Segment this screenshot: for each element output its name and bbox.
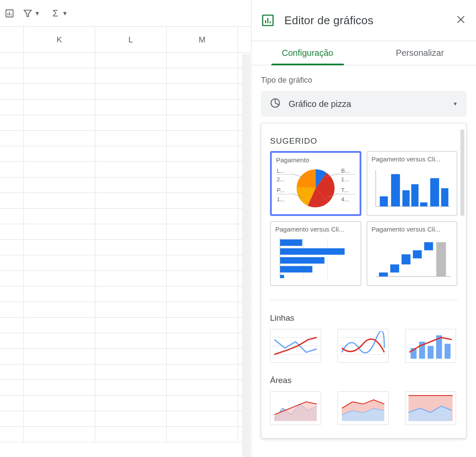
thumb-title: Pagamento bbox=[276, 156, 355, 164]
svg-rect-32 bbox=[380, 196, 388, 206]
smooth-line-chart-option[interactable] bbox=[338, 329, 389, 363]
lines-label: Linhas bbox=[270, 313, 457, 323]
svg-rect-64 bbox=[444, 344, 450, 358]
suggested-waterfall-chart[interactable]: Pagamento versus Cli... bbox=[367, 221, 458, 286]
pie-icon bbox=[270, 97, 281, 110]
line-chart-option[interactable] bbox=[270, 329, 321, 363]
full-stacked-area-chart-option[interactable] bbox=[405, 391, 456, 425]
functions-dropdown-icon[interactable]: ▾ bbox=[59, 7, 71, 19]
column-header-blank[interactable] bbox=[0, 27, 24, 52]
svg-marker-4 bbox=[24, 10, 32, 16]
svg-rect-46 bbox=[280, 275, 284, 278]
close-icon[interactable] bbox=[455, 14, 466, 27]
svg-text:T...: T... bbox=[341, 187, 349, 193]
column-header-k[interactable]: K bbox=[24, 27, 95, 52]
column-headers: K L M bbox=[0, 27, 251, 53]
area-chart-option[interactable] bbox=[270, 391, 321, 425]
svg-rect-43 bbox=[280, 248, 344, 255]
areas-row bbox=[270, 391, 457, 425]
svg-rect-49 bbox=[390, 264, 399, 273]
spreadsheet-grid[interactable]: K L M bbox=[0, 27, 251, 457]
chart-type-label: Tipo de gráfico bbox=[261, 76, 466, 85]
suggested-grid: Pagamento L... 2... P... 1... B... 1... bbox=[270, 151, 457, 286]
svg-text:1...: 1... bbox=[277, 196, 285, 203]
suggested-bar-chart[interactable]: Pagamento versus Cli... bbox=[270, 221, 361, 286]
svg-rect-35 bbox=[411, 184, 418, 206]
panel-header: Editor de gráficos bbox=[251, 0, 476, 41]
svg-rect-42 bbox=[280, 239, 302, 246]
chevron-down-icon: ▼ bbox=[453, 101, 458, 107]
svg-rect-45 bbox=[280, 266, 312, 273]
chart-type-dropdown: SUGERIDO Pagamento L... 2... P... 1... B… bbox=[261, 123, 466, 438]
panel-title: Editor de gráficos bbox=[284, 14, 373, 27]
svg-rect-34 bbox=[402, 190, 409, 206]
suggested-label: SUGERIDO bbox=[270, 136, 457, 146]
combo-chart-option[interactable] bbox=[405, 329, 456, 363]
insert-chart-icon[interactable] bbox=[3, 7, 16, 19]
stacked-area-chart-option[interactable] bbox=[338, 391, 389, 425]
areas-label: Áreas bbox=[270, 376, 457, 385]
svg-rect-53 bbox=[436, 242, 446, 277]
svg-text:1...: 1... bbox=[341, 176, 349, 183]
filter-group: ▾ bbox=[22, 7, 43, 19]
svg-text:B...: B... bbox=[341, 167, 350, 174]
divider bbox=[270, 300, 457, 300]
svg-rect-36 bbox=[420, 203, 427, 206]
functions-group: Σ ▾ bbox=[49, 7, 71, 19]
dropdown-scrollbar[interactable] bbox=[460, 128, 464, 427]
panel-body: Tipo de gráfico Gráfico de pizza ▼ SUGER… bbox=[251, 65, 476, 457]
panel-tabs: Configuração Personalizar bbox=[251, 41, 476, 65]
svg-text:L...: L... bbox=[277, 167, 285, 174]
chart-type-value: Gráfico de pizza bbox=[289, 99, 351, 109]
svg-line-13 bbox=[275, 103, 279, 105]
column-header-m[interactable]: M bbox=[167, 27, 238, 52]
svg-text:P...: P... bbox=[277, 187, 285, 193]
svg-rect-52 bbox=[424, 242, 433, 251]
chart-editor-icon bbox=[261, 13, 275, 27]
grid-rows bbox=[0, 53, 251, 442]
svg-rect-37 bbox=[430, 178, 439, 206]
svg-rect-33 bbox=[391, 174, 400, 206]
svg-text:4...: 4... bbox=[341, 196, 349, 203]
chart-editor-panel: Editor de gráficos Configuração Personal… bbox=[251, 0, 476, 457]
svg-rect-48 bbox=[379, 273, 388, 277]
lines-row bbox=[270, 329, 457, 363]
suggested-pie-chart[interactable]: Pagamento L... 2... P... 1... B... 1... bbox=[270, 151, 361, 216]
chart-type-select[interactable]: Gráfico de pizza ▼ bbox=[261, 91, 466, 117]
tab-setup[interactable]: Configuração bbox=[251, 41, 364, 65]
thumb-title: Pagamento versus Cli... bbox=[372, 155, 453, 163]
svg-rect-50 bbox=[402, 254, 411, 264]
svg-text:2...: 2... bbox=[277, 176, 285, 183]
vertical-scrollbar[interactable] bbox=[242, 54, 250, 457]
svg-rect-38 bbox=[441, 188, 448, 206]
svg-rect-51 bbox=[413, 250, 422, 258]
thumb-title: Pagamento versus Cli... bbox=[275, 225, 356, 233]
tab-customize[interactable]: Personalizar bbox=[364, 41, 476, 65]
thumb-title: Pagamento versus Cli... bbox=[372, 225, 453, 233]
svg-rect-62 bbox=[428, 346, 434, 358]
suggested-column-chart[interactable]: Pagamento versus Cli... bbox=[367, 151, 458, 216]
svg-rect-44 bbox=[280, 257, 325, 264]
column-header-l[interactable]: L bbox=[95, 27, 167, 52]
filter-dropdown-icon[interactable]: ▾ bbox=[31, 7, 43, 19]
